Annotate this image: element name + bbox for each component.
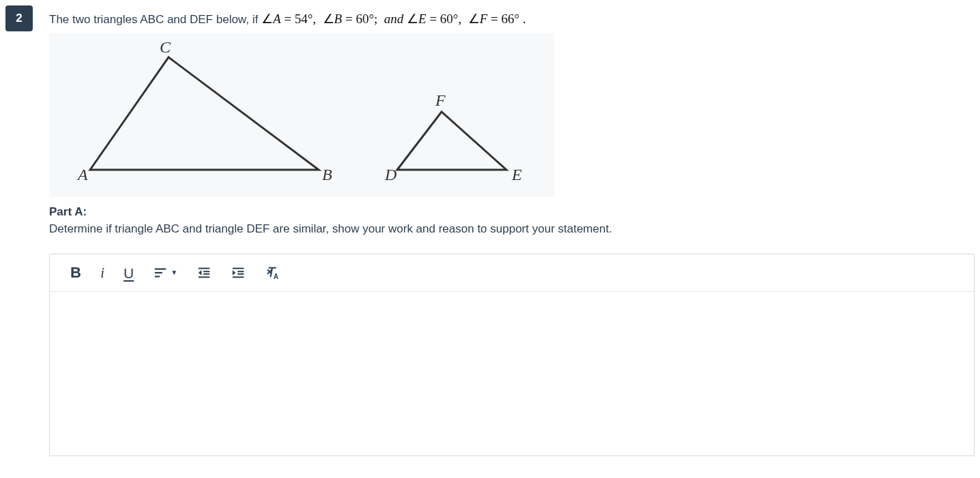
part-a-label: Part A: — [49, 205, 975, 219]
question-row: 2 The two triangles ABC and DEF below, i… — [5, 5, 980, 456]
svg-marker-7 — [199, 270, 202, 275]
italic-icon: i — [100, 265, 104, 280]
question-number-badge: 2 — [5, 5, 33, 31]
align-button[interactable]: ▼ — [153, 264, 177, 282]
triangles-svg: A B C D E F — [49, 33, 554, 197]
part-a-text: Determine if triangle ABC and triangle D… — [49, 220, 975, 238]
rich-text-editor: B i U ▼ — [49, 254, 975, 456]
label-e: E — [511, 166, 522, 183]
label-c: C — [160, 38, 171, 56]
svg-text:A: A — [274, 273, 279, 280]
clear-format-button[interactable]: A — [265, 264, 280, 282]
bold-icon: B — [70, 265, 81, 280]
label-f: F — [435, 91, 446, 109]
triangle-abc — [90, 57, 319, 170]
question-number: 2 — [16, 12, 22, 25]
label-d: D — [384, 166, 397, 183]
label-b: B — [322, 166, 332, 183]
underline-icon: U — [124, 266, 134, 280]
triangles-figure: A B C D E F — [49, 33, 554, 197]
label-a: A — [76, 166, 88, 183]
indent-decrease-icon — [197, 265, 212, 280]
svg-marker-12 — [233, 270, 236, 275]
editor-textarea[interactable] — [50, 292, 974, 455]
indent-decrease-button[interactable] — [197, 264, 212, 282]
indent-increase-icon — [231, 265, 246, 280]
align-left-icon — [153, 265, 168, 280]
underline-button[interactable]: U — [124, 264, 134, 282]
triangle-def — [397, 112, 506, 170]
editor-toolbar: B i U ▼ — [50, 254, 974, 292]
indent-increase-button[interactable] — [231, 264, 246, 282]
question-text: The two triangles ABC and DEF below, if … — [49, 10, 975, 29]
chevron-down-icon: ▼ — [171, 269, 177, 276]
bold-button[interactable]: B — [70, 264, 81, 282]
question-body: The two triangles ABC and DEF below, if … — [49, 5, 980, 456]
clear-format-icon: A — [265, 265, 280, 280]
question-math: ∠A = 54°, ∠B = 60°; and ∠E = 60°, ∠F = 6… — [261, 12, 526, 26]
italic-button[interactable]: i — [100, 264, 104, 282]
question-prefix: The two triangles ABC and DEF below, if — [49, 13, 261, 26]
